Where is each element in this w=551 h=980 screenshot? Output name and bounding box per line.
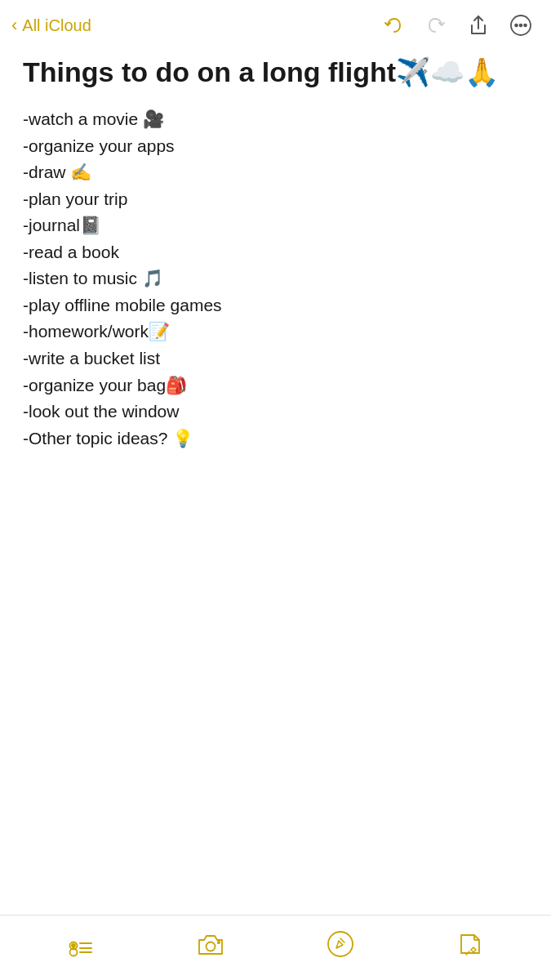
checklist-button[interactable] bbox=[63, 926, 99, 962]
svg-point-1 bbox=[515, 24, 518, 27]
list-item: -write a bucket list bbox=[23, 345, 528, 372]
svg-point-12 bbox=[328, 932, 353, 956]
redo-button[interactable] bbox=[422, 11, 450, 39]
list-item: -plan your trip bbox=[23, 186, 528, 213]
list-item: -organize your apps bbox=[23, 133, 528, 160]
list-item: -Other topic ideas? 💡 bbox=[23, 425, 528, 452]
note-title[interactable]: Things to do on a long flight✈️☁️🙏 bbox=[23, 56, 528, 88]
bottom-toolbar bbox=[0, 915, 551, 980]
share-button[interactable] bbox=[464, 11, 492, 39]
svg-point-11 bbox=[218, 941, 220, 942]
list-item: -watch a movie 🎥 bbox=[23, 106, 528, 133]
svg-point-5 bbox=[72, 944, 75, 947]
list-item: -homework/work📝 bbox=[23, 318, 528, 345]
note-content: Things to do on a long flight✈️☁️🙏 -watc… bbox=[0, 47, 551, 915]
list-item: -organize your bag🎒 bbox=[23, 372, 528, 399]
camera-button[interactable] bbox=[193, 926, 229, 962]
list-item: -journal📓 bbox=[23, 212, 528, 239]
list-item: -look out the window bbox=[23, 399, 528, 425]
nav-bar: ‹ All iCloud bbox=[0, 0, 551, 47]
svg-point-3 bbox=[524, 24, 527, 27]
list-item: -play offline mobile games bbox=[23, 292, 528, 319]
undo-button[interactable] bbox=[380, 11, 407, 39]
nav-right bbox=[380, 11, 535, 39]
note-list: -watch a movie 🎥 -organize your apps -dr… bbox=[23, 106, 528, 452]
compose-button[interactable] bbox=[452, 926, 488, 962]
svg-line-13 bbox=[340, 938, 344, 942]
list-item: -listen to music 🎵 bbox=[23, 265, 528, 292]
list-item: -read a book bbox=[23, 239, 528, 266]
svg-point-10 bbox=[207, 942, 216, 951]
back-label[interactable]: All iCloud bbox=[22, 16, 91, 35]
list-item: -draw ✍️ bbox=[23, 159, 528, 186]
svg-point-2 bbox=[520, 24, 522, 27]
markup-button[interactable] bbox=[322, 926, 358, 962]
more-button[interactable] bbox=[507, 11, 535, 39]
nav-left: ‹ All iCloud bbox=[11, 16, 91, 35]
back-chevron-icon[interactable]: ‹ bbox=[11, 16, 17, 34]
